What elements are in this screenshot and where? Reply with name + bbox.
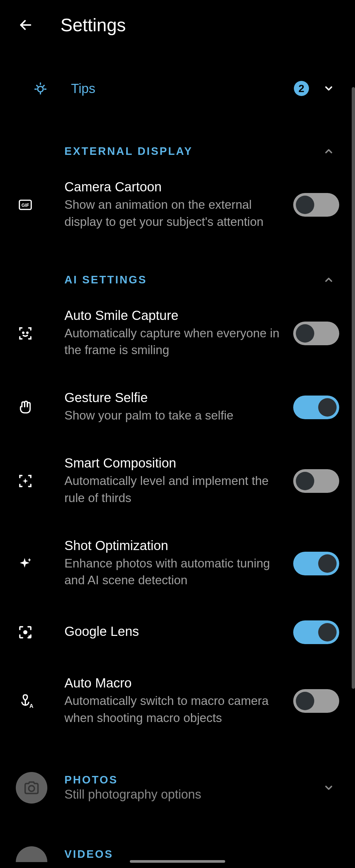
toggle-thumb [296,196,314,214]
svg-point-11 [27,332,28,333]
back-arrow-icon [19,18,33,32]
hand-icon [16,398,35,417]
nav-bar-indicator[interactable] [130,860,225,863]
setting-auto-smile[interactable]: Auto Smile Capture Automatically capture… [0,292,355,375]
svg-point-1 [38,87,43,92]
setting-auto-macro[interactable]: A Auto Macro Automatically switch to mac… [0,660,355,742]
chevron-up-icon [322,273,335,286]
back-button[interactable] [16,15,35,35]
svg-line-7 [43,86,44,87]
category-photos[interactable]: PHOTOS Still photography options [0,759,355,817]
face-detect-icon [16,324,35,343]
svg-text:A: A [30,703,34,709]
setting-content: Shot Optimization Enhance photos with au… [64,538,293,589]
setting-content: Gesture Selfie Show your palm to take a … [64,390,293,424]
setting-title: Shot Optimization [64,538,283,553]
toggle-thumb [296,472,314,490]
camera-icon [23,779,40,796]
setting-desc: Enhance photos with automatic tuning and… [64,555,283,589]
setting-gesture-selfie[interactable]: Gesture Selfie Show your palm to take a … [0,374,355,440]
setting-camera-cartoon[interactable]: GIF Camera Cartoon Show an animation on … [0,164,355,246]
setting-title: Auto Smile Capture [64,308,283,323]
macro-flower-icon: A [16,691,35,711]
toggle-thumb [318,623,336,642]
toggle-auto-smile[interactable] [293,321,339,345]
lens-icon [16,623,35,642]
setting-content: Smart Composition Automatically level an… [64,456,293,507]
toggle-thumb [296,324,314,343]
category-videos[interactable]: VIDEOS [0,833,355,868]
chevron-up-icon [322,145,335,158]
gif-icon: GIF [16,195,35,214]
toggle-camera-cartoon[interactable] [293,193,339,217]
toggle-google-lens[interactable] [293,620,339,644]
setting-content: Auto Macro Automatically switch to macro… [64,676,293,726]
page-title: Settings [61,14,126,35]
setting-desc: Automatically level and implement the ru… [64,472,283,507]
tips-badge: 2 [294,81,309,96]
setting-title: Auto Macro [64,676,283,690]
category-title: VIDEOS [64,848,114,861]
setting-google-lens[interactable]: Google Lens [0,604,355,660]
lightbulb-icon [32,80,49,97]
setting-desc: Show your palm to take a selfie [64,407,283,424]
setting-title: Google Lens [64,624,283,639]
setting-desc: Automatically switch to macro camera whe… [64,692,283,726]
chevron-down-icon [322,82,335,95]
section-header-external-display[interactable]: EXTERNAL DISPLAY [0,139,355,164]
section-title: AI SETTINGS [64,274,147,286]
setting-title: Smart Composition [64,456,283,470]
section-title: EXTERNAL DISPLAY [64,145,193,157]
svg-point-13 [28,636,30,638]
category-title: PHOTOS [64,774,322,786]
setting-content: Google Lens [64,624,293,641]
setting-desc: Automatically capture when everyone in t… [64,325,283,359]
toggle-shot-optimization[interactable] [293,552,339,576]
svg-point-12 [23,630,28,634]
toggle-gesture-selfie[interactable] [293,396,339,419]
sparkle-frame-icon [16,471,35,491]
setting-content: Camera Cartoon Show an animation on the … [64,180,293,230]
tips-row[interactable]: Tips 2 [0,74,355,103]
svg-line-6 [37,86,38,87]
svg-point-15 [29,785,34,791]
category-content: PHOTOS Still photography options [64,774,322,802]
sparkle-icon [16,554,35,573]
svg-text:GIF: GIF [21,203,29,208]
setting-content: Auto Smile Capture Automatically capture… [64,308,293,359]
toggle-smart-composition[interactable] [293,469,339,493]
header: Settings [0,0,355,48]
toggle-thumb [318,398,336,416]
svg-point-10 [23,332,24,333]
setting-smart-composition[interactable]: Smart Composition Automatically level an… [0,440,355,522]
chevron-down-icon [322,781,335,794]
category-desc: Still photography options [64,787,322,802]
category-icon-circle [16,846,47,862]
setting-desc: Show an animation on the external displa… [64,196,283,230]
tips-label: Tips [71,81,294,96]
setting-title: Camera Cartoon [64,180,283,194]
toggle-auto-macro[interactable] [293,689,339,713]
setting-title: Gesture Selfie [64,390,283,405]
toggle-thumb [296,692,314,710]
scrollbar[interactable] [352,87,355,689]
toggle-thumb [318,554,336,573]
section-header-ai-settings[interactable]: AI SETTINGS [0,267,355,292]
category-icon-circle [16,772,47,804]
setting-shot-optimization[interactable]: Shot Optimization Enhance photos with au… [0,522,355,605]
